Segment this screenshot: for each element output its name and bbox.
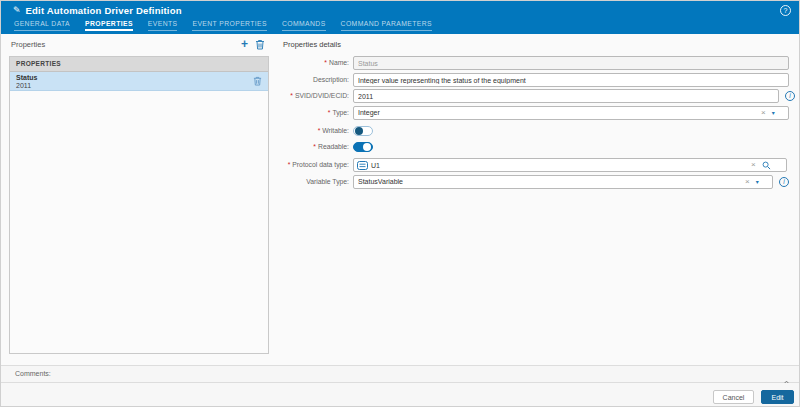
- add-property-icon[interactable]: +: [241, 38, 248, 50]
- type-value: Integer: [358, 109, 380, 116]
- tab-event-properties[interactable]: EVENT PROPERTIES: [192, 20, 267, 31]
- property-row-id: 2011: [16, 82, 262, 90]
- title-row: ✎ Edit Automation Driver Definition: [13, 4, 182, 16]
- property-row-name: Status: [16, 74, 262, 82]
- description-field[interactable]: [353, 73, 789, 87]
- protocol-field-icons: ×: [751, 158, 771, 172]
- toggle-knob: [355, 127, 363, 135]
- type-label: *Type:: [283, 106, 349, 120]
- variable-type-label: Variable Type:: [283, 175, 349, 189]
- variable-type-clear-icon[interactable]: ×: [745, 178, 750, 186]
- tab-properties[interactable]: PROPERTIES: [85, 20, 133, 31]
- properties-column-header: PROPERTIES: [10, 57, 268, 72]
- delete-property-icon[interactable]: [255, 39, 265, 50]
- protocol-clear-icon[interactable]: ×: [751, 161, 756, 169]
- required-marker: *: [318, 127, 321, 134]
- toggle-knob: [363, 143, 371, 151]
- name-label: *Name:: [283, 56, 349, 70]
- svid-label: *SVID/DVID/ECID:: [283, 89, 349, 103]
- variable-type-icons: × ▾: [745, 175, 759, 189]
- variable-type-info-icon[interactable]: i: [779, 177, 789, 187]
- tab-command-parameters[interactable]: COMMAND PARAMETERS: [341, 20, 432, 31]
- readable-label: *Readable:: [283, 140, 349, 154]
- variable-type-value: StatusVariable: [358, 178, 403, 185]
- tab-general-data[interactable]: GENERAL DATA: [14, 20, 70, 31]
- required-marker: *: [288, 161, 291, 168]
- tab-commands[interactable]: COMMANDS: [282, 20, 326, 31]
- type-clear-icon[interactable]: ×: [761, 109, 766, 117]
- footer-bar: Cancel Edit: [1, 383, 800, 407]
- edit-automation-driver-definition-window: ✎ Edit Automation Driver Definition ? GE…: [0, 0, 800, 407]
- required-marker: *: [290, 92, 293, 99]
- type-select-icons: × ▾: [761, 106, 775, 120]
- data-type-chip-icon: [357, 161, 368, 174]
- row-delete-icon[interactable]: [253, 76, 262, 86]
- edit-button[interactable]: Edit: [761, 390, 794, 404]
- protocol-data-type-field[interactable]: U1: [353, 158, 787, 172]
- variable-type-select[interactable]: StatusVariable: [353, 175, 773, 189]
- svid-field[interactable]: [353, 89, 779, 103]
- properties-panel-title: Properties: [11, 40, 45, 49]
- tab-bar: GENERAL DATA PROPERTIES EVENTS EVENT PRO…: [14, 20, 432, 31]
- pencil-icon: ✎: [13, 4, 21, 16]
- type-select[interactable]: Integer: [353, 106, 789, 120]
- writable-label: *Writable:: [283, 124, 349, 138]
- comments-bar[interactable]: Comments:: [1, 365, 800, 383]
- header-bar: ✎ Edit Automation Driver Definition ? GE…: [1, 1, 800, 34]
- properties-panel-actions: +: [241, 38, 265, 50]
- cancel-button[interactable]: Cancel: [713, 390, 754, 404]
- required-marker: *: [313, 143, 316, 150]
- name-field[interactable]: [353, 56, 789, 70]
- protocol-data-type-label: *Protocol data type:: [283, 158, 349, 172]
- comments-label: Comments:: [15, 370, 51, 377]
- help-icon[interactable]: ?: [780, 5, 791, 16]
- tab-events[interactable]: EVENTS: [148, 20, 178, 31]
- property-row-status[interactable]: Status 2011: [10, 72, 268, 91]
- type-dropdown-icon[interactable]: ▾: [772, 110, 775, 116]
- required-marker: *: [324, 59, 327, 66]
- readable-toggle[interactable]: [353, 142, 373, 152]
- page-title: Edit Automation Driver Definition: [26, 5, 182, 16]
- variable-type-dropdown-icon[interactable]: ▾: [756, 179, 759, 185]
- protocol-data-type-value: U1: [371, 159, 380, 172]
- required-marker: *: [328, 109, 331, 116]
- details-title: Properties details: [283, 40, 341, 49]
- properties-list: PROPERTIES Status 2011: [9, 56, 269, 354]
- writable-toggle[interactable]: [353, 126, 373, 136]
- protocol-search-icon[interactable]: [762, 161, 771, 170]
- svid-info-icon[interactable]: i: [785, 91, 795, 101]
- description-label: Description:: [283, 73, 349, 87]
